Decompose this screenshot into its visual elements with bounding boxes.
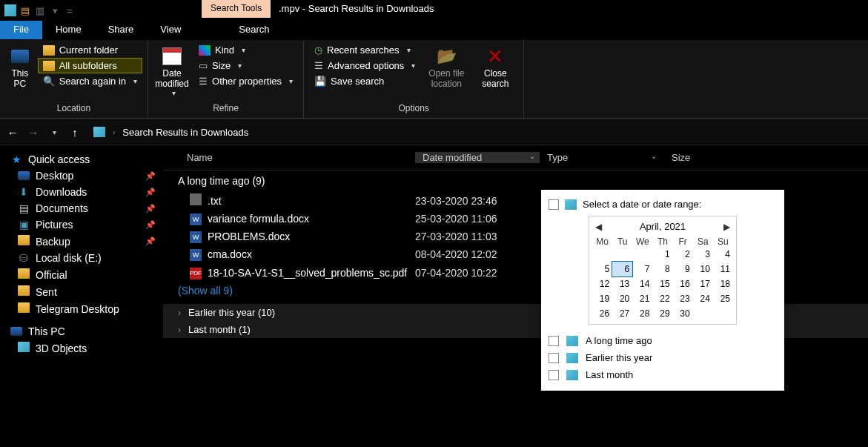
group-label-refine: Refine: [154, 103, 297, 116]
cal-day[interactable]: 23: [673, 291, 693, 306]
group-label-options: Options: [310, 103, 517, 116]
open-file-location-button[interactable]: 📂 Open file location: [424, 43, 468, 89]
nav-back-button[interactable]: ←: [6, 126, 19, 139]
cal-day[interactable]: 17: [693, 277, 713, 291]
save-search-button[interactable]: 💾Save search: [310, 74, 420, 88]
size-button[interactable]: ▭Size: [194, 59, 297, 73]
search-again-in-button[interactable]: 🔍Search again in: [39, 74, 142, 88]
cal-day[interactable]: 27: [612, 306, 632, 321]
cal-day[interactable]: 29: [652, 306, 672, 321]
nav-history-button[interactable]: ▾: [47, 128, 61, 136]
cal-day[interactable]: 15: [652, 277, 672, 291]
current-folder-button[interactable]: Current folder: [39, 43, 142, 57]
tab-file[interactable]: File: [0, 21, 42, 39]
nav-forward-button[interactable]: →: [27, 126, 40, 139]
sidebar-item-downloads[interactable]: ⬇Downloads📌: [0, 184, 163, 200]
folder-icon: [18, 235, 30, 248]
checkbox[interactable]: [549, 353, 559, 363]
close-search-button[interactable]: ✕ Close search: [473, 43, 517, 89]
sidebar-item-local-disk-e-[interactable]: ⛁Local disk (E:): [0, 250, 163, 266]
txt-file-icon: [190, 193, 202, 208]
cal-day[interactable]: 12: [592, 277, 612, 291]
nav-up-button[interactable]: ↑: [68, 126, 82, 139]
sidebar-item-sent[interactable]: Sent: [0, 283, 163, 300]
ql-overflow[interactable]: =: [64, 4, 76, 16]
cal-prev-button[interactable]: ◀: [595, 222, 602, 232]
title-bar: ▤ ▥ ▾ = Search Tools .mpv - Search Resul…: [0, 0, 868, 21]
recent-searches-button[interactable]: ◷Recent searches: [310, 43, 420, 57]
cal-day[interactable]: 1: [652, 247, 672, 262]
cal-day[interactable]: 26: [592, 306, 612, 321]
cal-day[interactable]: 9: [673, 262, 693, 277]
contextual-tab-search-tools[interactable]: Search Tools: [202, 0, 271, 18]
cal-day[interactable]: 18: [713, 277, 733, 291]
sidebar-this-pc[interactable]: This PC: [0, 323, 163, 340]
all-subfolders-button[interactable]: All subfolders: [39, 59, 142, 73]
save-icon: 💾: [314, 76, 326, 87]
tab-view[interactable]: View: [147, 21, 194, 39]
cal-day[interactable]: 10: [693, 262, 713, 277]
address-bar: ← → ▾ ↑ › Search Results in Downloads: [0, 119, 868, 145]
cal-day[interactable]: 30: [673, 306, 693, 321]
pictures-icon: ▣: [18, 219, 30, 231]
save-ql-icon[interactable]: ▤: [19, 4, 31, 16]
chevron-right-icon: ›: [113, 128, 115, 136]
pin-icon: 📌: [145, 188, 156, 197]
checkbox[interactable]: [549, 370, 559, 380]
cal-day[interactable]: 4: [713, 247, 733, 262]
sidebar-quick-access[interactable]: ★Quick access: [0, 151, 163, 168]
cal-day[interactable]: 16: [673, 277, 693, 291]
date-option[interactable]: Earlier this year: [549, 349, 777, 366]
date-option[interactable]: A long time ago: [549, 332, 777, 349]
popup-title: Select a date or date range:: [583, 199, 701, 210]
cal-next-button[interactable]: ▶: [723, 222, 730, 232]
cal-day[interactable]: 25: [713, 291, 733, 306]
cal-day[interactable]: 6: [612, 262, 632, 277]
this-pc-button[interactable]: This PC: [6, 43, 34, 89]
cal-day[interactable]: 3: [693, 247, 713, 262]
group-header[interactable]: A long time ago (9): [163, 170, 868, 191]
cal-day[interactable]: 7: [632, 262, 652, 277]
cal-day[interactable]: 19: [592, 291, 612, 306]
advanced-options-button[interactable]: ☰Advanced options: [310, 59, 420, 73]
sidebar-item-pictures[interactable]: ▣Pictures📌: [0, 216, 163, 233]
checkbox[interactable]: [549, 336, 559, 346]
date-modified-button[interactable]: Date modified: [154, 43, 190, 97]
cal-day[interactable]: 14: [632, 277, 652, 291]
cal-day[interactable]: 5: [592, 262, 612, 277]
select-range-checkbox[interactable]: [549, 199, 559, 210]
cal-day[interactable]: 20: [612, 291, 632, 306]
other-properties-button[interactable]: ☰Other properties: [194, 74, 297, 88]
sidebar-item-desktop[interactable]: Desktop📌: [0, 168, 163, 184]
col-date-modified[interactable]: Date modified⌄: [415, 152, 540, 163]
cal-day[interactable]: 21: [632, 291, 652, 306]
col-size[interactable]: Size: [664, 152, 738, 163]
kind-button[interactable]: Kind: [194, 43, 297, 57]
cal-month-label[interactable]: April, 2021: [640, 221, 686, 232]
breadcrumb[interactable]: › Search Results in Downloads: [93, 127, 248, 138]
sidebar-item-documents[interactable]: ▤Documents📌: [0, 200, 163, 216]
cal-day[interactable]: 2: [673, 247, 693, 262]
col-name[interactable]: Name: [179, 152, 415, 163]
tab-home[interactable]: Home: [42, 21, 95, 39]
cal-day[interactable]: 28: [632, 306, 652, 321]
tab-share[interactable]: Share: [95, 21, 148, 39]
cal-day[interactable]: 22: [652, 291, 672, 306]
tab-search[interactable]: Search: [225, 21, 282, 39]
cal-day[interactable]: 8: [652, 262, 672, 277]
dropdown-icon[interactable]: ⌄: [529, 152, 535, 163]
sidebar-item-official[interactable]: Official: [0, 266, 163, 283]
cal-day[interactable]: 11: [713, 262, 733, 277]
pin-icon: 📌: [145, 236, 156, 246]
sidebar-item-backup[interactable]: Backup📌: [0, 233, 163, 250]
sidebar-item-3d-objects[interactable]: 3D Objects: [0, 340, 163, 357]
date-option[interactable]: Last month: [549, 366, 777, 383]
pdf-file-icon: PDF: [190, 265, 202, 279]
cal-day[interactable]: 24: [693, 291, 713, 306]
breadcrumb-text[interactable]: Search Results in Downloads: [122, 127, 248, 138]
props-ql-icon[interactable]: ▥: [34, 4, 46, 16]
cal-day[interactable]: 13: [612, 277, 632, 291]
sidebar-item-telegram-desktop[interactable]: Telegram Desktop: [0, 300, 163, 317]
col-type[interactable]: Type⌄: [540, 152, 664, 163]
quick-launch: ▤ ▥ ▾ =: [0, 3, 80, 18]
